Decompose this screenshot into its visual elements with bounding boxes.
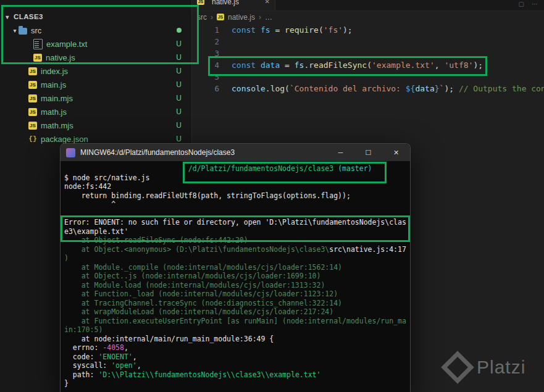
terminal-line: in:170:5) [64,325,406,335]
split-editor-icon[interactable]: ▢ [519,1,524,7]
terminal-line: at Object..js (node:internal/modules/cjs… [64,272,406,281]
terminal-titlebar[interactable]: MINGW64:/d/Platzi/fundamentosNodejs/clas… [61,144,410,161]
explorer-item-main-js[interactable]: JSmain.jsU [0,78,191,91]
folder-icon [19,28,27,35]
explorer-item-index-js[interactable]: JSindex.jsU [0,64,191,78]
platzi-watermark-text: Platzi [477,357,525,378]
file-name: package.json [41,135,88,144]
terminal-line: node:fs:442 [64,182,406,191]
code-text: const fs = require('fs'); [232,25,353,35]
code-line[interactable]: 3 [192,48,544,59]
terminal-line: at Module._compile (node:internal/module… [64,263,406,272]
js-file-icon: JS [33,54,42,62]
code-line[interactable]: 6console.log(`Contenido del archivo: ${d… [192,83,544,94]
chevron-down-icon: ▾ [11,27,19,34]
js-file-icon: JS [28,81,37,89]
js-file-icon: JS [197,0,204,5]
git-status-badge: U [176,67,182,75]
terminal-line: at Function.executeUserEntryPoint [as ru… [64,317,406,326]
git-status-badge: U [176,53,182,62]
git-status-badge: U [176,135,182,143]
breadcrumb-item-more[interactable]: … [265,13,272,22]
explorer-item-example-txt[interactable]: example.txtU [0,37,191,51]
terminal-line: at Object.readFileSync (node:fs:442:20) [64,236,406,245]
code-line[interactable]: 4const data = fs.readFileSync('example.t… [192,59,544,71]
breadcrumb-separator: › [211,13,213,22]
line-number: 1 [192,25,232,35]
explorer-item-math-mjs[interactable]: JSmath.mjsU [0,119,191,132]
file-name: native.js [46,53,75,62]
file-name: math.js [41,107,67,117]
explorer-item-main-mjs[interactable]: JSmain.mjsU [0,91,191,105]
terminal-title: MINGW64:/d/Platzi/fundamentosNodejs/clas… [80,148,235,157]
close-button[interactable]: ✕ [382,144,410,161]
breadcrumb: src › JS native.js › … [192,11,544,23]
explorer-root-folder[interactable]: ▾ CLASE3 [0,10,191,23]
root-folder-label: CLASE3 [14,13,43,20]
terminal-line: at wrapModuleLoad (node:internal/modules… [64,307,406,317]
terminal-line: syscall: 'open', [64,361,406,370]
tab-native-js[interactable]: JS native.js ✕ [192,0,275,10]
terminal-line: } [64,379,406,388]
terminal-line: Error: ENOENT: no such file or directory… [64,218,406,227]
editor-actions: ▢ ⋯ [519,1,538,7]
line-number: 5 [192,72,232,81]
more-actions-icon[interactable]: ⋯ [532,1,538,7]
terminal-line: e3\example.txt' [64,227,406,236]
git-status-badge: U [176,94,182,102]
file-name: math.mjs [41,121,73,130]
mingw-terminal-icon [66,148,75,157]
terminal-line: /d/Platzi/fundamentosNodejs/clase3 (mast… [64,164,406,173]
terminal-line: at node:internal/main/run_main_module:36… [64,335,406,344]
terminal-line: $ node src/native.js [64,173,406,183]
modified-dot-icon [177,28,182,33]
git-status-badge: U [176,80,182,89]
code-text: console.log(`Contenido del archivo: ${da… [232,84,544,93]
git-status-badge: U [176,121,182,130]
code-line[interactable]: 2 [192,36,544,48]
file-name: index.js [41,67,68,76]
code-line[interactable]: 1const fs = require('fs'); [192,24,544,36]
terminal-line: at Object.<anonymous> (D:\Platzi\fundame… [64,245,406,254]
js-file-icon: JS [28,67,37,75]
terminal-line: ^ [64,200,406,209]
line-number: 4 [192,60,232,70]
file-name: main.mjs [41,94,73,103]
code-line[interactable]: 5 [192,71,544,83]
git-status-badge: U [176,107,182,116]
maximize-button[interactable]: ☐ [354,144,382,161]
explorer-item-math-js[interactable]: JSmath.jsU [0,105,191,119]
minimize-button[interactable]: ─ [327,144,354,161]
terminal-line: return binding.readFileUtf8(path, string… [64,191,406,201]
chevron-down-icon: ▾ [4,14,11,20]
terminal-line [64,209,406,219]
code-editor[interactable]: 1const fs = require('fs');234const data … [192,23,544,94]
js-file-icon: JS [217,14,224,20]
terminal-line: errno: -4058, [64,343,406,352]
breadcrumb-separator: › [259,13,261,22]
json-file-icon: {} [28,135,37,143]
window-controls: ─ ☐ ✕ [327,144,410,161]
terminal-line: code: 'ENOENT', [64,352,406,362]
explorer-item-native-js[interactable]: JSnative.jsU [0,51,191,64]
breadcrumb-item-src[interactable]: src [197,13,207,22]
file-name: src [31,26,41,35]
breadcrumb-item-file[interactable]: native.js [228,13,255,22]
terminal-line: at TracingChannel.traceSync (node:diagno… [64,299,406,308]
close-tab-icon[interactable]: ✕ [265,0,270,5]
explorer-item-src[interactable]: ▾src [0,23,191,37]
file-name: main.js [41,80,66,90]
mingw64-terminal-window: MINGW64:/d/Platzi/fundamentosNodejs/clas… [60,143,411,392]
terminal-line: path: 'D:\\Platzi\\fundamentosNodejs\\cl… [64,370,406,380]
line-number: 3 [192,49,232,58]
file-name: example.txt [46,40,87,49]
terminal-line: ) [64,254,406,263]
js-file-icon: JS [28,94,37,102]
terminal-output[interactable]: /d/Platzi/fundamentosNodejs/clase3 (mast… [61,161,410,391]
line-number: 6 [192,84,232,93]
terminal-line: at Function._load (node:internal/modules… [64,290,406,299]
code-text: const data = fs.readFileSync('example.tx… [232,60,483,70]
file-tree: ▾srcexample.txtUJSnative.jsUJSindex.jsUJ… [0,23,191,146]
editor-tabstrip: JS native.js ✕ ▢ ⋯ [192,0,544,11]
js-file-icon: JS [28,122,37,130]
